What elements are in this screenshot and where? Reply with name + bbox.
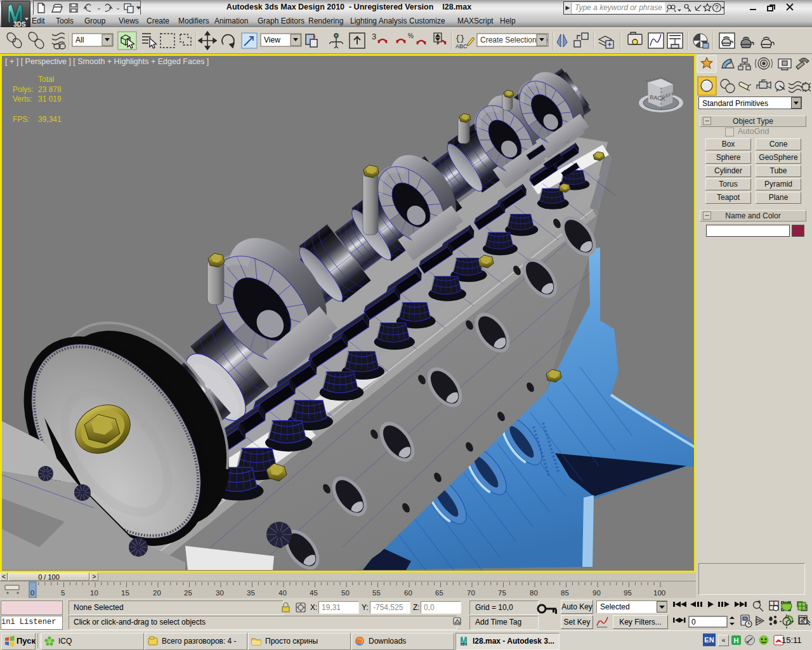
svg-text:Total: Total	[38, 75, 54, 84]
svg-text:50: 50	[341, 589, 350, 597]
svg-text:{}: {}	[455, 34, 464, 43]
svg-text:90: 90	[593, 589, 601, 597]
svg-text:15: 15	[121, 589, 129, 597]
svg-text:ABC: ABC	[455, 43, 468, 50]
svg-text:20: 20	[153, 589, 161, 597]
svg-text:5: 5	[61, 589, 65, 597]
svg-text:95: 95	[624, 589, 632, 597]
svg-text:75: 75	[498, 589, 506, 597]
svg-text:0: 0	[30, 589, 34, 597]
svg-text:View: View	[264, 36, 280, 44]
svg-text:25: 25	[184, 589, 192, 597]
svg-text:55: 55	[372, 589, 381, 597]
svg-text:?: ?	[715, 4, 719, 11]
svg-text:80: 80	[530, 589, 538, 597]
svg-text:%: %	[408, 32, 414, 39]
svg-text:Verts:: Verts:	[13, 95, 32, 103]
svg-text:Polys:: Polys:	[13, 85, 34, 94]
svg-text:31 019: 31 019	[38, 95, 62, 103]
svg-text:70: 70	[467, 589, 475, 597]
svg-text:H: H	[734, 637, 739, 644]
svg-text:FPS:: FPS:	[13, 115, 30, 124]
svg-text:35: 35	[247, 589, 255, 597]
svg-text:45: 45	[310, 589, 318, 597]
svg-text:3: 3	[372, 32, 376, 41]
svg-text:65: 65	[435, 589, 443, 597]
svg-text:39,341: 39,341	[38, 115, 62, 124]
svg-text:23 878: 23 878	[38, 85, 62, 94]
svg-text:100: 100	[653, 589, 665, 597]
svg-text:[ + ] [ Perspective ] [ Smooth: [ + ] [ Perspective ] [ Smooth + Highlig…	[5, 57, 209, 66]
svg-text:0: 0	[691, 618, 696, 627]
svg-text:10: 10	[90, 589, 98, 597]
svg-text:30: 30	[216, 589, 224, 597]
svg-text:60: 60	[404, 589, 412, 597]
svg-text:All: All	[75, 36, 84, 44]
svg-text:40: 40	[278, 589, 287, 597]
svg-text:85: 85	[561, 589, 569, 597]
svg-text:3DS: 3DS	[461, 642, 468, 646]
